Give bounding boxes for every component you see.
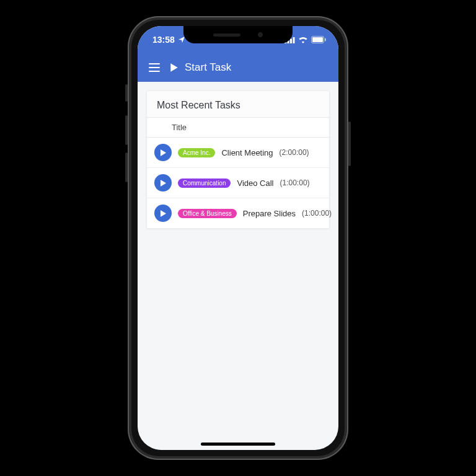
task-tag: Communication <box>178 178 231 188</box>
task-title: Video Call <box>237 178 273 188</box>
recent-tasks-card: Most Recent Tasks Title Acme Inc. Client… <box>146 90 330 229</box>
status-time: 13:58 <box>152 35 175 45</box>
play-button[interactable] <box>154 205 172 222</box>
menu-icon[interactable] <box>149 63 160 72</box>
front-camera <box>258 32 263 37</box>
app-title[interactable]: Start Task <box>170 61 231 74</box>
mute-switch <box>125 84 128 102</box>
task-tag: Office & Business <box>178 209 237 218</box>
notch <box>183 26 293 43</box>
home-indicator[interactable] <box>201 443 275 446</box>
svg-rect-3 <box>293 37 295 43</box>
svg-rect-5 <box>312 37 323 42</box>
wifi-icon <box>298 36 308 43</box>
task-title: Prepare Slides <box>243 209 296 218</box>
task-tag: Acme Inc. <box>178 148 215 157</box>
content-area: Most Recent Tasks Title Acme Inc. Client… <box>138 82 338 450</box>
svg-rect-6 <box>325 38 326 42</box>
speaker <box>213 33 240 37</box>
play-button[interactable] <box>154 144 172 161</box>
battery-icon <box>311 36 326 43</box>
task-duration: (1:00:00) <box>280 178 310 187</box>
svg-rect-2 <box>290 38 292 43</box>
task-row[interactable]: Office & Business Prepare Slides (1:00:0… <box>147 198 329 228</box>
table-column-title: Title <box>147 117 329 138</box>
task-row[interactable]: Communication Video Call (1:00:00) <box>147 168 329 198</box>
task-duration: (1:00:00) <box>302 209 332 218</box>
power-button <box>348 121 351 166</box>
app-title-label: Start Task <box>185 61 231 74</box>
card-title: Most Recent Tasks <box>147 91 329 117</box>
volume-down <box>125 152 128 182</box>
volume-up <box>125 115 128 145</box>
task-row[interactable]: Acme Inc. Client Meeting (2:00:00) <box>147 138 329 168</box>
task-duration: (2:00:00) <box>280 148 309 157</box>
play-icon <box>170 63 178 73</box>
app-bar: Start Task <box>138 53 338 82</box>
phone-frame: 13:58 Start Task Most Recent Tasks Title <box>128 16 348 460</box>
play-button[interactable] <box>154 174 172 192</box>
screen: 13:58 Start Task Most Recent Tasks Title <box>138 26 338 450</box>
task-title: Client Meeting <box>221 148 273 157</box>
